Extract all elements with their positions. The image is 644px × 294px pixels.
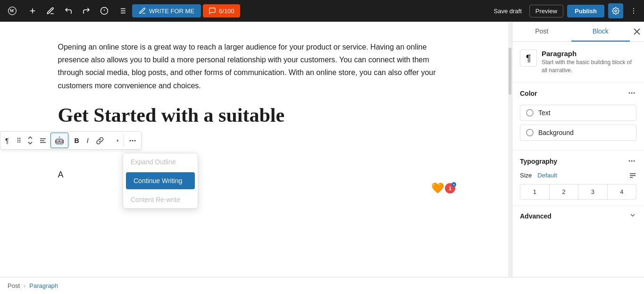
- plus-badge: +: [452, 182, 456, 187]
- tab-block[interactable]: Block: [571, 22, 630, 42]
- advanced-chevron-icon: [629, 211, 636, 221]
- svg-point-27: [634, 92, 635, 93]
- main-layout: Opening an online store is a great way t…: [0, 22, 644, 277]
- list-view-button[interactable]: [114, 4, 130, 18]
- heart-emoji: 🧡: [431, 182, 444, 194]
- info-button[interactable]: [96, 4, 112, 18]
- size-adjuster-button[interactable]: [629, 172, 636, 179]
- svg-point-15: [633, 10, 634, 11]
- drag-handle-button[interactable]: ⠿: [13, 134, 25, 147]
- save-draft-button[interactable]: Save draft: [490, 5, 526, 17]
- breadcrumb-separator: ›: [24, 282, 25, 289]
- more-options-button[interactable]: [627, 4, 640, 17]
- text-color-label: Text: [538, 109, 551, 117]
- editor-content: Opening an online store is a great way t…: [58, 41, 454, 180]
- right-sidebar: Post Block ¶ Paragraph Start with the ba…: [512, 22, 644, 277]
- advanced-section: Advanced: [512, 206, 644, 227]
- paragraph-style-button[interactable]: ¶: [1, 134, 13, 147]
- svg-point-29: [631, 160, 633, 161]
- sidebar-close-button[interactable]: [630, 22, 644, 42]
- heading-size-2-button[interactable]: 2: [550, 185, 579, 199]
- background-color-label: Background: [538, 129, 574, 136]
- ai-button[interactable]: 🤖: [50, 133, 68, 148]
- heading-size-3-button[interactable]: 3: [578, 185, 608, 199]
- typography-section-title: Typography: [520, 158, 557, 165]
- add-block-button[interactable]: [25, 4, 41, 18]
- move-up-down-button[interactable]: [25, 134, 35, 146]
- svg-point-30: [634, 160, 635, 161]
- ai-continue-writing-item[interactable]: Continue Writing: [126, 172, 195, 189]
- more-inline-button[interactable]: [108, 136, 123, 145]
- editor-scrollbar[interactable]: [508, 22, 512, 277]
- ai-dropdown: Expand Outline Continue Writing Content …: [123, 153, 198, 209]
- bottom-bar: Post › Paragraph: [0, 277, 644, 294]
- block-toolbar: ¶ ⠿ 🤖 B I: [0, 131, 142, 150]
- link-button[interactable]: [92, 134, 108, 147]
- ai-emoji-row: 🧡 1 +: [431, 182, 455, 194]
- breadcrumb-post[interactable]: Post: [8, 282, 20, 289]
- typography-more-button[interactable]: [627, 156, 636, 167]
- preview-button[interactable]: Preview: [529, 5, 563, 17]
- topbar: W WRITE FOR ME 6/100 Save draft Preview …: [0, 0, 644, 22]
- typography-section: Typography Size Default 1 2 3 4: [512, 151, 644, 206]
- background-color-option[interactable]: Background: [520, 125, 636, 141]
- size-row: Size Default: [520, 172, 636, 179]
- ai-content-rewrite-item[interactable]: Content Re-write: [123, 191, 198, 208]
- write-for-me-label: WRITE FOR ME: [149, 8, 194, 15]
- sidebar-tabs: Post Block: [512, 22, 644, 42]
- text-color-radio: [526, 109, 534, 117]
- color-section-more-button[interactable]: [627, 88, 636, 99]
- block-name: Paragraph: [542, 50, 636, 58]
- editor-paragraph[interactable]: Opening an online store is a great way t…: [58, 41, 454, 92]
- block-desc: Start with the basic building block of a…: [542, 59, 636, 75]
- topbar-right: Save draft Preview Publish: [490, 3, 640, 18]
- svg-point-16: [633, 13, 634, 14]
- editor-letter[interactable]: A: [58, 170, 454, 180]
- breadcrumb-paragraph: Paragraph: [29, 282, 58, 289]
- editor-area[interactable]: Opening an online store is a great way t…: [0, 22, 512, 277]
- align-button[interactable]: [35, 134, 50, 147]
- redo-button[interactable]: [78, 4, 94, 18]
- advanced-header[interactable]: Advanced: [520, 211, 636, 221]
- heading-sizes: 1 2 3 4: [520, 184, 636, 200]
- size-label: Size: [520, 172, 532, 179]
- paragraph-icon: ¶: [520, 50, 537, 67]
- undo-button[interactable]: [60, 4, 76, 18]
- color-section-title: Color: [520, 90, 537, 97]
- tools-button[interactable]: [42, 4, 59, 18]
- publish-button[interactable]: Publish: [567, 5, 604, 17]
- block-info: ¶ Paragraph Start with the basic buildin…: [512, 42, 644, 83]
- background-color-radio: [526, 129, 534, 136]
- ai-counter-button[interactable]: 6/100: [203, 4, 240, 17]
- text-color-option[interactable]: Text: [520, 105, 636, 121]
- block-details: Paragraph Start with the basic building …: [542, 50, 636, 75]
- svg-point-21: [132, 140, 133, 141]
- svg-text:W: W: [9, 8, 14, 13]
- svg-point-26: [631, 92, 633, 93]
- advanced-section-title: Advanced: [520, 212, 552, 220]
- svg-point-13: [615, 10, 617, 12]
- svg-point-14: [633, 8, 634, 9]
- ai-expand-outline-item[interactable]: Expand Outline: [123, 153, 198, 170]
- svg-point-25: [629, 92, 630, 93]
- tab-post[interactable]: Post: [512, 22, 571, 42]
- typography-header: Typography: [520, 156, 636, 167]
- size-default-label: Default: [537, 172, 557, 179]
- bold-button[interactable]: B: [71, 134, 83, 147]
- toolbar-separator-2: [124, 135, 124, 146]
- heading-size-4-button[interactable]: 4: [608, 185, 636, 199]
- svg-point-28: [629, 160, 630, 161]
- heading-size-1-button[interactable]: 1: [520, 185, 550, 199]
- svg-point-22: [134, 140, 135, 141]
- color-section-header: Color: [520, 88, 636, 99]
- ai-counter-label: 6/100: [219, 8, 234, 15]
- settings-button[interactable]: [608, 3, 623, 18]
- svg-point-20: [129, 140, 131, 141]
- block-more-button[interactable]: [125, 134, 140, 147]
- notification-badge: 1 +: [445, 183, 455, 193]
- italic-button[interactable]: I: [83, 134, 92, 147]
- wp-logo: W: [4, 2, 21, 19]
- editor-scroll-thumb[interactable]: [509, 48, 511, 95]
- write-for-me-button[interactable]: WRITE FOR ME: [132, 4, 201, 17]
- color-section: Color Text Background: [512, 83, 644, 151]
